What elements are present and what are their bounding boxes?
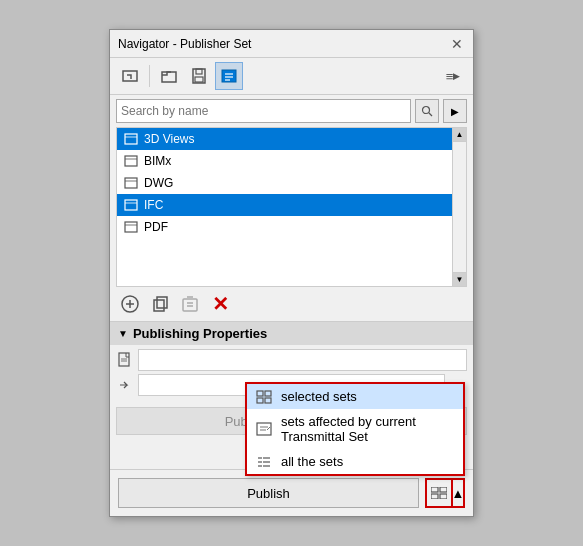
copy-item-button[interactable]	[148, 292, 172, 316]
add-item-button[interactable]	[118, 292, 142, 316]
search-input[interactable]	[116, 99, 411, 123]
dropdown-button-group: ▲	[425, 478, 465, 508]
prop-doc-icon	[116, 351, 134, 369]
list-item-label: PDF	[144, 220, 168, 234]
svg-rect-26	[183, 299, 197, 311]
svg-rect-36	[265, 398, 271, 403]
svg-rect-11	[125, 134, 137, 144]
open-icon	[160, 67, 178, 85]
collapse-arrow-icon[interactable]: ▼	[118, 328, 128, 339]
search-expand-button[interactable]: ▶	[443, 99, 467, 123]
item-icon-bimx	[123, 153, 139, 169]
svg-rect-1	[162, 72, 176, 82]
menu-arrow: ▶	[453, 71, 460, 81]
publisher-set-list[interactable]: 3D Views BIMx DWG	[116, 127, 467, 287]
publish-dropdown-area: selected sets sets affected by current T…	[425, 478, 465, 508]
scroll-down-button[interactable]: ▼	[453, 272, 466, 286]
svg-rect-47	[440, 487, 447, 492]
publish-mode-button[interactable]	[425, 478, 453, 508]
publisher-icon	[220, 67, 238, 85]
svg-rect-49	[440, 494, 447, 499]
list-item-label: 3D Views	[144, 132, 194, 146]
property-row-1	[116, 349, 467, 371]
item-icon-3dviews	[123, 131, 139, 147]
list-item-label: DWG	[144, 176, 173, 190]
list-item-label: IFC	[144, 198, 163, 212]
dropdown-item-label-3: all the sets	[281, 454, 343, 469]
svg-rect-4	[195, 77, 203, 82]
item-icon-pdf	[123, 219, 139, 235]
dropdown-menu-item-selected-sets[interactable]: selected sets	[247, 384, 463, 409]
item-icon-ifc	[123, 197, 139, 213]
dropdown-item-label-2: sets affected by current Transmittal Set	[281, 414, 455, 444]
svg-rect-37	[257, 423, 271, 435]
title-bar: Navigator - Publisher Set ✕	[110, 30, 473, 58]
search-arrow-icon	[421, 105, 433, 117]
delete-item-button[interactable]: ✕	[208, 292, 232, 316]
chevron-up-icon: ▲	[452, 486, 465, 501]
svg-point-9	[423, 107, 430, 114]
list-item[interactable]: 3D Views	[117, 128, 466, 150]
dropdown-item-label-1: selected sets	[281, 389, 357, 404]
navigator-window: Navigator - Publisher Set ✕	[109, 29, 474, 517]
publish-mode-icon	[431, 487, 447, 499]
navigate-back-button[interactable]	[116, 62, 144, 90]
remove-icon	[180, 294, 200, 314]
list-item-label: BIMx	[144, 154, 171, 168]
publish-dropdown-toggle[interactable]: ▲	[451, 478, 465, 508]
remove-item-button[interactable]	[178, 292, 202, 316]
publish-label: Publish	[247, 486, 290, 501]
item-icon-dwg	[123, 175, 139, 191]
toolbar-menu-button[interactable]: ≡ ▶	[439, 62, 467, 90]
svg-rect-13	[125, 156, 137, 166]
open-button[interactable]	[155, 62, 183, 90]
transmittal-icon	[255, 422, 273, 436]
properties-header-label: Publishing Properties	[133, 326, 267, 341]
svg-line-10	[429, 113, 432, 116]
svg-rect-19	[125, 222, 137, 232]
save-button[interactable]	[185, 62, 213, 90]
svg-rect-24	[154, 300, 164, 311]
list-item[interactable]: IFC	[117, 194, 466, 216]
close-button[interactable]: ✕	[449, 36, 465, 52]
back-icon	[121, 67, 139, 85]
search-row: ▶	[110, 95, 473, 127]
add-icon	[120, 294, 140, 314]
prop-arrow-icon	[116, 376, 134, 394]
toolbar-sep-1	[149, 65, 150, 87]
svg-rect-33	[257, 391, 263, 396]
property-input-1[interactable]	[138, 349, 467, 371]
svg-rect-48	[431, 494, 438, 499]
publish-button[interactable]: Publish	[118, 478, 419, 508]
publish-dropdown-menu: selected sets sets affected by current T…	[245, 382, 465, 476]
svg-rect-35	[257, 398, 263, 403]
save-icon	[190, 67, 208, 85]
publisher-set-button[interactable]	[215, 62, 243, 90]
list-item[interactable]: BIMx	[117, 150, 466, 172]
copy-icon	[150, 294, 170, 314]
properties-header: ▼ Publishing Properties	[110, 322, 473, 345]
list-item[interactable]: PDF	[117, 216, 466, 238]
svg-rect-46	[431, 487, 438, 492]
search-clear-button[interactable]	[415, 99, 439, 123]
bottom-area: Publish selected sets	[110, 469, 473, 516]
svg-rect-17	[125, 200, 137, 210]
list-scrollbar[interactable]: ▲ ▼	[452, 128, 466, 286]
chevron-right-icon: ▶	[451, 106, 459, 117]
selected-sets-icon	[255, 390, 273, 404]
all-sets-icon	[255, 455, 273, 469]
scroll-up-button[interactable]: ▲	[453, 128, 466, 142]
toolbar-right: ≡ ▶	[439, 62, 467, 90]
main-toolbar: ≡ ▶	[110, 58, 473, 95]
list-item[interactable]: DWG	[117, 172, 466, 194]
svg-rect-0	[123, 71, 137, 81]
svg-rect-34	[265, 391, 271, 396]
dropdown-menu-item-transmittal[interactable]: sets affected by current Transmittal Set	[247, 409, 463, 449]
dropdown-menu-item-all-sets[interactable]: all the sets	[247, 449, 463, 474]
window-title: Navigator - Publisher Set	[118, 37, 251, 51]
svg-rect-30	[119, 353, 129, 366]
svg-rect-25	[157, 297, 167, 308]
action-toolbar: ✕	[110, 287, 473, 321]
svg-rect-15	[125, 178, 137, 188]
menu-icon: ≡	[446, 69, 454, 84]
